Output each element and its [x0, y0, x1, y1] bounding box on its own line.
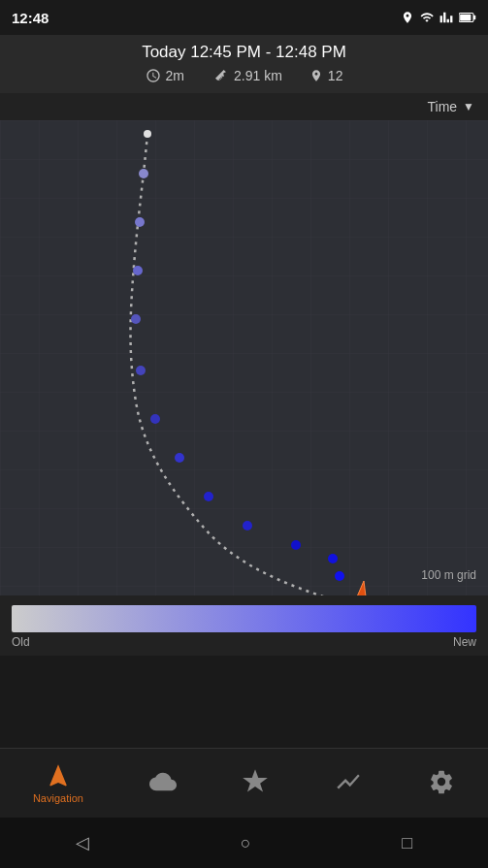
waypoint-7	[150, 414, 160, 424]
waypoint-8	[175, 453, 184, 463]
waypoint-1	[144, 130, 151, 138]
track-svg	[0, 120, 488, 595]
wifi-icon	[420, 11, 434, 24]
nav-item-graph[interactable]	[321, 762, 375, 804]
nav-item-navigation[interactable]: Navigation	[19, 756, 97, 810]
svg-rect-1	[473, 16, 475, 20]
time-label: Time	[428, 99, 458, 114]
duration-stat: 2m	[146, 68, 184, 83]
status-bar: 12:48	[0, 0, 488, 35]
pin-icon	[309, 68, 323, 83]
waypoint-6	[136, 366, 146, 375]
trip-stats: 2m 2.91 km 12	[12, 68, 476, 83]
map-area: 100 m grid	[0, 120, 488, 595]
time-arrow-icon: ▼	[463, 100, 474, 113]
duration-value: 2m	[166, 68, 184, 83]
waypoint-13	[335, 571, 344, 581]
location-icon	[401, 11, 414, 24]
graph-icon	[335, 768, 362, 795]
ruler-icon	[211, 68, 229, 83]
waypoint-3	[135, 217, 145, 227]
settings-icon	[428, 768, 455, 795]
back-button[interactable]: ◁	[76, 832, 89, 853]
current-location-arrow-outline	[349, 581, 369, 595]
trip-title: Today 12:45 PM - 12:48 PM	[12, 43, 476, 62]
home-button[interactable]: ○	[241, 833, 251, 853]
waypoint-11	[291, 540, 301, 550]
distance-value: 2.91 km	[234, 68, 282, 83]
nav-item-settings[interactable]	[414, 762, 469, 804]
signal-icon	[439, 11, 453, 24]
gradient-labels: Old New	[12, 632, 476, 652]
header: Today 12:45 PM - 12:48 PM 2m 2.91 km 12	[0, 35, 488, 93]
waypoint-2	[139, 169, 148, 178]
time-selector[interactable]: Time ▼	[0, 93, 488, 120]
nav-item-weather[interactable]	[136, 762, 190, 804]
gradient-new-label: New	[453, 635, 476, 649]
waypoint-9	[204, 492, 213, 501]
waypoint-12	[328, 554, 338, 563]
status-icons	[401, 11, 476, 24]
clock-icon	[146, 68, 161, 83]
waypoint-10	[243, 521, 252, 530]
weather-icon	[149, 768, 177, 795]
gradient-bar	[12, 605, 476, 632]
svg-rect-2	[460, 15, 471, 21]
nav-label-navigation: Navigation	[33, 792, 83, 804]
navigation-icon	[45, 762, 72, 789]
bottom-nav: Navigation	[0, 748, 488, 818]
waypoint-5	[131, 314, 141, 324]
star-icon	[242, 768, 269, 795]
recent-button[interactable]: □	[402, 833, 412, 853]
nav-item-star[interactable]	[228, 762, 282, 804]
distance-stat: 2.91 km	[211, 68, 282, 83]
waypoint-4	[133, 266, 143, 275]
battery-icon	[459, 12, 476, 23]
gradient-bar-container: Old New	[0, 595, 488, 656]
android-nav: ◁ ○ □	[0, 818, 488, 868]
gradient-old-label: Old	[12, 635, 30, 649]
grid-label: 100 m grid	[421, 568, 476, 582]
points-stat: 12	[309, 68, 343, 83]
points-value: 12	[328, 68, 343, 83]
track-path	[131, 134, 350, 595]
status-time: 12:48	[12, 10, 49, 26]
